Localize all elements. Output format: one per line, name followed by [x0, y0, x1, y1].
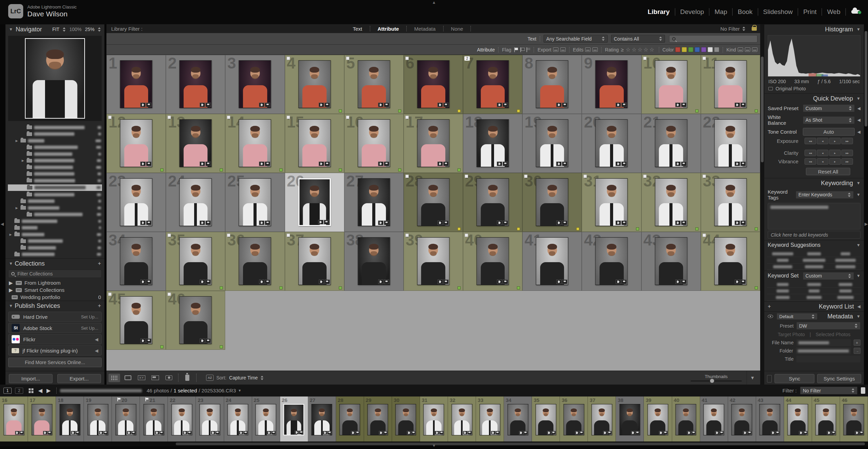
- folder-row-6[interactable]: ▶: [8, 158, 102, 164]
- photo-thumbnail[interactable]: [595, 237, 628, 285]
- right-panel-handle[interactable]: ▶: [865, 222, 868, 226]
- color-label-chip[interactable]: [458, 109, 461, 113]
- color-swatch-0[interactable]: [675, 47, 680, 52]
- sort-spinner-icon[interactable]: [261, 376, 264, 380]
- cell-flag-corner[interactable]: [643, 57, 647, 60]
- step-button-2[interactable]: ▸: [829, 158, 841, 165]
- setup-link[interactable]: Set Up...: [81, 326, 98, 331]
- cell-flag-corner[interactable]: [346, 57, 349, 60]
- flag-badge-icon[interactable]: [443, 162, 448, 166]
- left-panel-handle[interactable]: ◀: [1, 222, 4, 226]
- photo-thumbnail[interactable]: [298, 237, 331, 285]
- filmstrip-cell-44[interactable]: 44: [784, 396, 812, 441]
- keyword-badge-icon[interactable]: [675, 280, 680, 284]
- photo-thumbnail[interactable]: [536, 119, 568, 167]
- keyword-set-item[interactable]: [798, 294, 830, 301]
- flag-badge-icon[interactable]: [328, 431, 332, 435]
- keyword-suggestion[interactable]: [767, 251, 798, 257]
- flag-badge-icon[interactable]: [467, 431, 472, 435]
- filmstrip-cell-17[interactable]: 17: [28, 396, 56, 441]
- grid-cell-26[interactable]: 26: [285, 173, 344, 232]
- filmstrip-cell-29[interactable]: 29: [364, 396, 392, 441]
- grid-cell-32[interactable]: 32: [641, 173, 701, 232]
- folder-row-10[interactable]: [8, 184, 102, 192]
- flag-badge-icon[interactable]: [299, 431, 303, 434]
- keywording-header[interactable]: Keywording ▼: [764, 178, 864, 188]
- grid-cell-11[interactable]: 11: [701, 55, 760, 114]
- filmstrip-cell-32[interactable]: 32: [448, 396, 476, 441]
- step-button-2[interactable]: ▸: [829, 150, 841, 156]
- grid-cell-10[interactable]: 10: [641, 55, 701, 114]
- color-label-chip[interactable]: [517, 109, 520, 113]
- grid-cell-9[interactable]: 9: [582, 55, 641, 114]
- metadata-header[interactable]: Default Metadata ▼: [764, 311, 864, 321]
- keyword-set-item[interactable]: [767, 288, 798, 294]
- photo-thumbnail[interactable]: [179, 296, 212, 344]
- keyword-badge-icon[interactable]: [735, 280, 740, 284]
- field-action-button[interactable]: ≡: [854, 340, 860, 346]
- fit-spinner-icon[interactable]: [63, 27, 66, 32]
- flag-badge-icon[interactable]: [748, 431, 752, 435]
- cell-flag-corner[interactable]: [405, 116, 409, 119]
- color-swatch-5[interactable]: [708, 47, 713, 52]
- grid-cell-17[interactable]: 17: [404, 114, 463, 173]
- color-label-chip[interactable]: [458, 168, 461, 171]
- selected-photos-label[interactable]: Selected Photos: [816, 332, 851, 337]
- flag-badge-icon[interactable]: [19, 431, 24, 435]
- photo-thumbnail[interactable]: [595, 60, 628, 108]
- keyword-suggestion[interactable]: [798, 251, 830, 257]
- grid-cell-6[interactable]: 6: [404, 55, 463, 114]
- compare-view-button[interactable]: XY: [136, 374, 147, 382]
- photo-thumbnail[interactable]: [479, 404, 500, 435]
- search-input[interactable]: [669, 35, 757, 43]
- keyword-badge-icon[interactable]: [239, 431, 243, 435]
- step-button-3[interactable]: ▸▸: [841, 150, 853, 156]
- autosync-toggle-icon[interactable]: [767, 375, 772, 383]
- photo-thumbnail[interactable]: [228, 404, 248, 435]
- grid-cell-18[interactable]: 18: [463, 114, 522, 173]
- flag-badge-icon[interactable]: [439, 431, 444, 435]
- photo-thumbnail[interactable]: [535, 404, 556, 435]
- photo-thumbnail[interactable]: [619, 404, 640, 435]
- flag-badge-icon[interactable]: [740, 280, 746, 284]
- filmstrip-cell-36[interactable]: 36: [560, 396, 588, 441]
- cell-flag-corner[interactable]: [405, 175, 409, 178]
- zoom-100[interactable]: 100%: [69, 27, 82, 32]
- cloud-sync-icon[interactable]: [846, 9, 862, 15]
- keyword-badge-icon[interactable]: [497, 162, 502, 166]
- color-label-chip[interactable]: [339, 168, 342, 171]
- photo-thumbnail[interactable]: [367, 404, 388, 435]
- photo-thumbnail[interactable]: [536, 60, 568, 108]
- photo-thumbnail[interactable]: [704, 404, 724, 435]
- bottom-panel-handle[interactable]: ▼: [432, 443, 436, 448]
- photo-thumbnail[interactable]: [655, 237, 687, 285]
- flag-badge-icon[interactable]: [503, 221, 508, 225]
- flag-badge-icon[interactable]: [356, 431, 360, 435]
- filmstrip-cell-30[interactable]: 30: [392, 396, 420, 441]
- photo-thumbnail[interactable]: [179, 119, 212, 167]
- photo-thumbnail[interactable]: [256, 404, 276, 435]
- flag-badge-icon[interactable]: [681, 103, 686, 107]
- cell-flag-corner[interactable]: [703, 234, 706, 237]
- photo-thumbnail[interactable]: [358, 60, 390, 108]
- cell-flag-corner[interactable]: [405, 234, 409, 237]
- unedited-icon[interactable]: [592, 47, 598, 52]
- rating-operator[interactable]: ≥: [621, 47, 624, 53]
- flag-badge-icon[interactable]: [146, 339, 151, 343]
- flag-badge-icon[interactable]: [740, 103, 746, 107]
- keyword-set-item[interactable]: [798, 281, 830, 288]
- color-swatch-2[interactable]: [688, 47, 693, 52]
- setup-link[interactable]: Set Up...: [81, 314, 98, 319]
- keyword-badge-icon[interactable]: [127, 431, 131, 435]
- photo-thumbnail[interactable]: [477, 60, 509, 108]
- photo-thumbnail[interactable]: [59, 404, 80, 435]
- grid-cell-45[interactable]: 45: [106, 291, 166, 350]
- photo-thumbnail[interactable]: [120, 119, 153, 167]
- cell-flag-corner[interactable]: [287, 234, 290, 237]
- keyword-badge-icon[interactable]: [491, 431, 495, 435]
- keyword-set-item[interactable]: [830, 288, 861, 294]
- expand-icon[interactable]: ▼: [856, 192, 860, 197]
- chevron-down-icon[interactable]: ▼: [238, 389, 242, 392]
- export-button[interactable]: Export...: [57, 374, 101, 383]
- photo-thumbnail[interactable]: [647, 404, 668, 435]
